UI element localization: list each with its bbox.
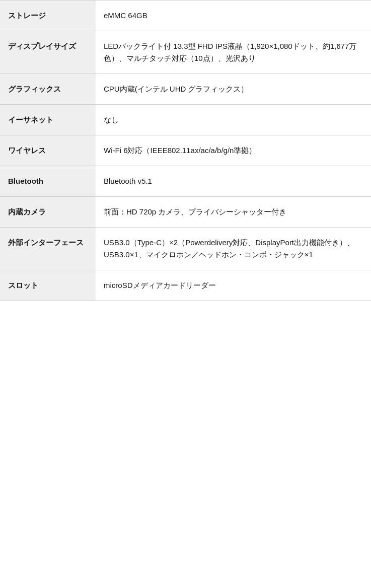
spec-label-graphics: グラフィックス <box>0 74 96 105</box>
spec-value-ethernet: なし <box>96 105 371 135</box>
spec-value-storage: eMMC 64GB <box>96 1 371 31</box>
table-row: ディスプレイサイズLEDバックライト付 13.3型 FHD IPS液晶（1,92… <box>0 31 371 74</box>
spec-label-wireless: ワイヤレス <box>0 135 96 166</box>
spec-value-wireless: Wi-Fi 6対応（IEEE802.11ax/ac/a/b/g/n準拠） <box>96 135 371 166</box>
table-row: スロットmicroSDメディアカードリーダー <box>0 270 371 301</box>
spec-label-camera: 内蔵カメラ <box>0 197 96 228</box>
spec-label-interface: 外部インターフェース <box>0 228 96 270</box>
table-row: イーサネットなし <box>0 105 371 135</box>
spec-value-interface: USB3.0（Type-C）×2（Powerdelivery対応、Display… <box>96 228 371 270</box>
spec-value-bluetooth: Bluetooth v5.1 <box>96 166 371 197</box>
spec-label-display: ディスプレイサイズ <box>0 31 96 74</box>
spec-label-bluetooth: Bluetooth <box>0 166 96 197</box>
spec-value-camera: 前面：HD 720p カメラ、プライバシーシャッター付き <box>96 197 371 228</box>
table-row: ワイヤレスWi-Fi 6対応（IEEE802.11ax/ac/a/b/g/n準拠… <box>0 135 371 166</box>
spec-label-storage: ストレージ <box>0 1 96 31</box>
spec-value-display: LEDバックライト付 13.3型 FHD IPS液晶（1,920×1,080ドッ… <box>96 31 371 74</box>
table-row: 外部インターフェースUSB3.0（Type-C）×2（Powerdelivery… <box>0 228 371 270</box>
table-row: グラフィックスCPU内蔵(インテル UHD グラフィックス） <box>0 74 371 105</box>
spec-value-graphics: CPU内蔵(インテル UHD グラフィックス） <box>96 74 371 105</box>
table-row: 内蔵カメラ前面：HD 720p カメラ、プライバシーシャッター付き <box>0 197 371 228</box>
table-row: BluetoothBluetooth v5.1 <box>0 166 371 197</box>
spec-label-ethernet: イーサネット <box>0 105 96 135</box>
table-row: ストレージeMMC 64GB <box>0 1 371 31</box>
spec-value-slot: microSDメディアカードリーダー <box>96 270 371 301</box>
spec-label-slot: スロット <box>0 270 96 301</box>
specs-table: ストレージeMMC 64GBディスプレイサイズLEDバックライト付 13.3型 … <box>0 0 371 301</box>
